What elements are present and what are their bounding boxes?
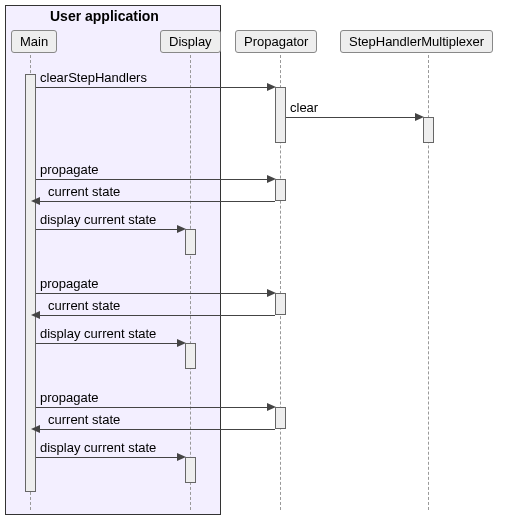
participant-multiplexer: StepHandlerMultiplexer — [340, 30, 493, 53]
activation-propagator-1 — [275, 87, 286, 143]
arrow — [36, 293, 272, 294]
participant-main: Main — [11, 30, 57, 53]
msg-clear-step-handlers: clearStepHandlers — [40, 70, 147, 85]
arrow — [40, 315, 275, 316]
activation-propagator-4 — [275, 407, 286, 429]
group-title: User application — [50, 8, 159, 24]
msg-current-state-3: current state — [48, 412, 120, 427]
arrow-head — [31, 425, 40, 433]
arrow — [36, 229, 182, 230]
activation-display-2 — [185, 343, 196, 369]
arrow — [36, 407, 272, 408]
msg-display-3: display current state — [40, 440, 156, 455]
arrow — [40, 201, 275, 202]
lifeline-display — [190, 55, 191, 510]
arrow — [40, 429, 275, 430]
msg-display-2: display current state — [40, 326, 156, 341]
arrow — [36, 457, 182, 458]
activation-display-1 — [185, 229, 196, 255]
msg-propagate-3: propagate — [40, 390, 99, 405]
activation-multiplexer — [423, 117, 434, 143]
msg-propagate-1: propagate — [40, 162, 99, 177]
participant-propagator: Propagator — [235, 30, 317, 53]
arrow — [36, 179, 272, 180]
arrow-head — [31, 311, 40, 319]
msg-current-state-2: current state — [48, 298, 120, 313]
msg-clear: clear — [290, 100, 318, 115]
msg-propagate-2: propagate — [40, 276, 99, 291]
activation-propagator-2 — [275, 179, 286, 201]
participant-display: Display — [160, 30, 221, 53]
arrow — [36, 343, 182, 344]
arrow — [286, 117, 420, 118]
sequence-diagram: User application Main Display Propagator… — [0, 0, 521, 522]
msg-current-state-1: current state — [48, 184, 120, 199]
msg-display-1: display current state — [40, 212, 156, 227]
arrow — [36, 87, 272, 88]
activation-display-3 — [185, 457, 196, 483]
activation-propagator-3 — [275, 293, 286, 315]
arrow-head — [31, 197, 40, 205]
